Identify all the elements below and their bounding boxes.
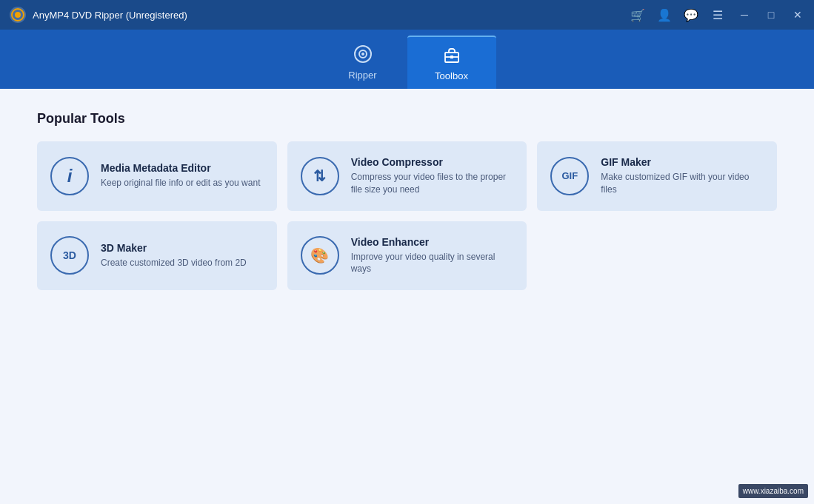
tool-card-media-metadata-editor[interactable]: i Media Metadata Editor Keep original fi… — [37, 141, 277, 211]
3d-maker-desc: Create customized 3D video from 2D — [101, 257, 247, 269]
media-metadata-info: Media Metadata Editor Keep original file… — [101, 162, 260, 189]
svg-point-5 — [361, 53, 364, 56]
watermark: www.xiazaiba.com — [738, 484, 808, 498]
tool-card-video-enhancer[interactable]: 🎨 Video Enhancer Improve your video qual… — [287, 221, 527, 291]
tool-card-video-compressor[interactable]: ⇅ Video Compressor Compress your video f… — [287, 141, 527, 211]
close-button[interactable]: ✕ — [790, 7, 805, 22]
media-metadata-name: Media Metadata Editor — [101, 162, 260, 174]
title-bar-right: 🛒 👤 💬 ☰ ─ □ ✕ — [630, 7, 805, 22]
svg-point-2 — [15, 12, 21, 18]
media-metadata-icon: i — [50, 157, 89, 195]
tool-card-gif-maker[interactable]: GIF GIF Maker Make customized GIF with y… — [537, 141, 777, 211]
maximize-button[interactable]: □ — [764, 7, 778, 22]
video-compressor-info: Video Compressor Compress your video fil… — [351, 156, 514, 196]
video-compressor-icon: ⇅ — [301, 157, 339, 195]
video-compressor-name: Video Compressor — [351, 156, 514, 168]
video-enhancer-icon: 🎨 — [301, 236, 339, 275]
tools-grid: i Media Metadata Editor Keep original fi… — [37, 141, 777, 290]
gif-maker-icon: GIF — [550, 157, 589, 195]
user-icon[interactable]: 👤 — [657, 7, 672, 22]
toolbox-label: Toolbox — [435, 70, 468, 81]
nav-bar: Ripper Toolbox — [0, 30, 814, 89]
app-logo — [9, 6, 27, 24]
gif-maker-info: GIF Maker Make customized GIF with your … — [601, 156, 764, 196]
cart-icon[interactable]: 🛒 — [630, 7, 645, 22]
section-title: Popular Tools — [37, 111, 777, 127]
video-compressor-desc: Compress your video files to the proper … — [351, 171, 514, 196]
video-enhancer-name: Video Enhancer — [351, 236, 514, 248]
3d-maker-icon: 3D — [50, 236, 89, 275]
menu-icon[interactable]: ☰ — [710, 7, 725, 22]
tab-ripper[interactable]: Ripper — [318, 36, 407, 89]
app-title: AnyMP4 DVD Ripper (Unregistered) — [33, 10, 187, 21]
media-metadata-desc: Keep original file info or edit as you w… — [101, 177, 260, 189]
minimize-button[interactable]: ─ — [737, 7, 752, 22]
video-enhancer-info: Video Enhancer Improve your video qualit… — [351, 236, 514, 276]
tab-toolbox[interactable]: Toolbox — [407, 36, 496, 89]
ripper-label: Ripper — [348, 70, 376, 81]
toolbox-icon — [442, 45, 461, 67]
tool-card-3d-maker[interactable]: 3D 3D Maker Create customized 3D video f… — [37, 221, 277, 291]
main-content: Popular Tools i Media Metadata Editor Ke… — [0, 89, 814, 504]
gif-maker-name: GIF Maker — [601, 156, 764, 168]
title-bar-left: AnyMP4 DVD Ripper (Unregistered) — [9, 6, 187, 24]
video-enhancer-desc: Improve your video quality in several wa… — [351, 251, 514, 276]
3d-maker-info: 3D Maker Create customized 3D video from… — [101, 242, 247, 269]
3d-maker-name: 3D Maker — [101, 242, 247, 254]
svg-rect-8 — [450, 56, 453, 58]
ripper-icon — [353, 44, 373, 67]
chat-icon[interactable]: 💬 — [684, 7, 698, 22]
title-bar: AnyMP4 DVD Ripper (Unregistered) 🛒 👤 💬 ☰… — [0, 0, 814, 30]
gif-maker-desc: Make customized GIF with your video file… — [601, 171, 764, 196]
